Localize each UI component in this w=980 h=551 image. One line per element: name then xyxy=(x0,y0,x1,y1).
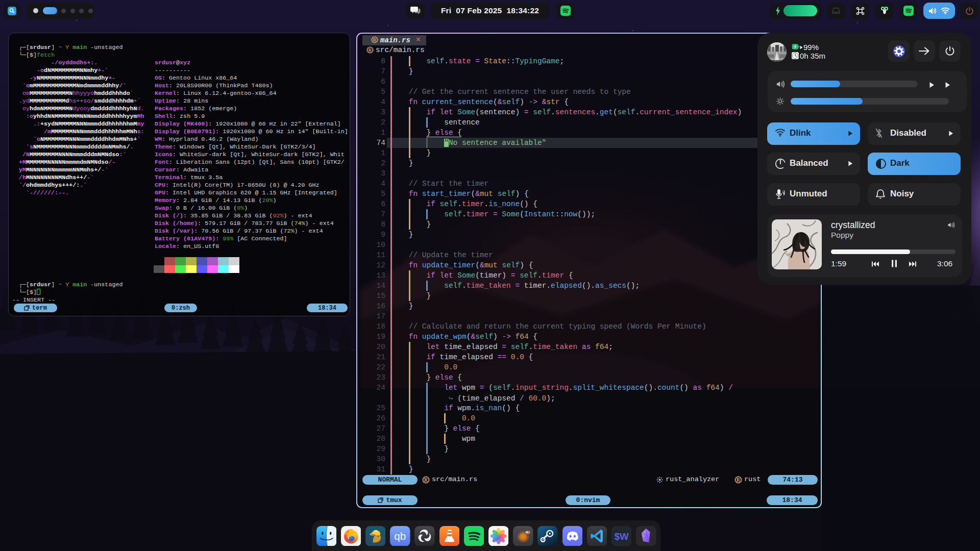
svg-text:R: R xyxy=(737,478,740,483)
svg-text:qb: qb xyxy=(394,530,406,542)
svg-text:R: R xyxy=(369,47,372,53)
svg-text:R: R xyxy=(424,478,428,483)
svg-text:R: R xyxy=(373,37,377,42)
svg-text:$W: $W xyxy=(615,531,629,541)
